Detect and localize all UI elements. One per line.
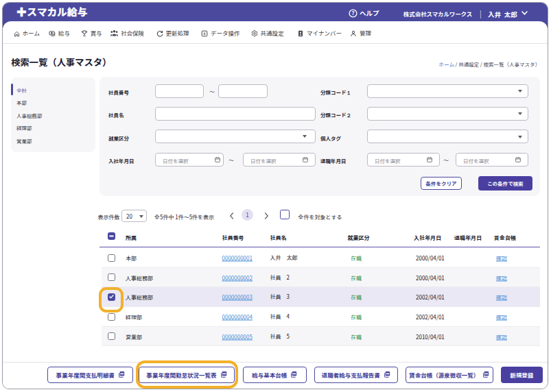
svg-text:?: ?	[351, 9, 354, 16]
